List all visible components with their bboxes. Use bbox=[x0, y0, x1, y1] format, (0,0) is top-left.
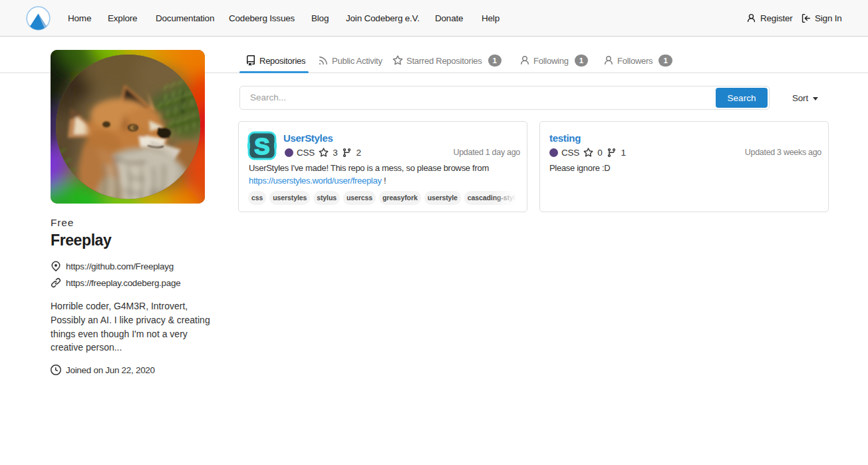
svg-text:S: S bbox=[254, 133, 269, 159]
